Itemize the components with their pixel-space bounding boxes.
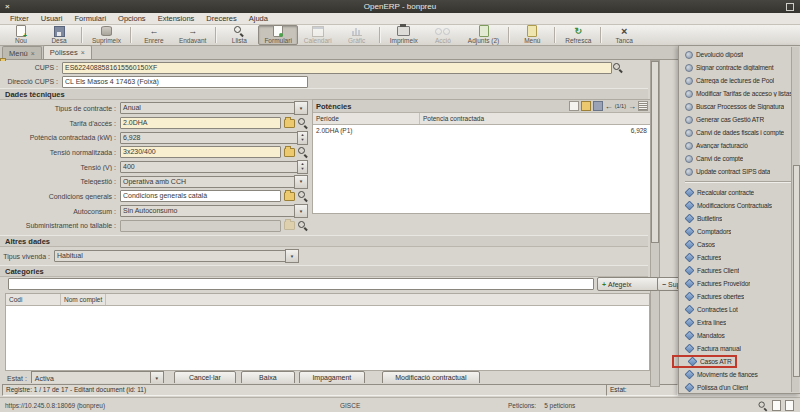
sidebar-action-item[interactable]: Devolució dipòsit [679,48,800,61]
sidebar-link-item[interactable]: Comptadors [679,225,800,238]
sidebar-link-item[interactable]: Factures Proveïdor [679,277,800,290]
search-icon[interactable] [613,63,623,73]
spinner-stepper[interactable] [297,160,308,174]
menu-item[interactable]: Ajuda [243,13,274,24]
search-icon[interactable] [298,191,308,201]
field-value[interactable]: Condicions generals català [120,190,281,202]
folder-icon[interactable] [284,148,295,157]
sidebar-link-item[interactable]: Pòlissa d'un Client [679,381,800,394]
sidebar-scrollbar[interactable] [791,47,799,392]
cups-input[interactable]: ES6224088581615560150XF [62,62,612,74]
open-row-icon[interactable] [581,101,591,111]
search-icon[interactable] [298,147,308,157]
sidebar-link-item[interactable]: Recalcular contracte [679,186,800,199]
sidebar-action-item[interactable]: Canvi de compte [679,152,800,165]
next-page-icon[interactable] [628,102,636,111]
chevron-down-icon[interactable] [294,204,308,218]
page-icon[interactable] [772,400,781,411]
toolbar-print-button[interactable]: Imprimeix [384,25,424,45]
previous-page-icon[interactable] [605,102,613,111]
sidebar-link-item[interactable]: Casos [679,238,800,251]
search-icon[interactable] [759,401,768,410]
add-category-button[interactable]: Afegeix [597,277,659,291]
sidebar-action-item[interactable]: Buscar Processos de Signatura [679,100,800,113]
sidebar-action-item[interactable]: Update contract SIPS data [679,165,800,178]
toolbar-close-button[interactable]: Tanca [605,25,643,45]
spinner-stepper[interactable] [297,131,308,145]
field-value[interactable]: 2.0DHA [120,117,281,129]
direccio-cups-input[interactable]: CL Els Masos 4 17463 (Foixà) [62,76,308,88]
folder-icon[interactable] [284,221,295,230]
folder-icon[interactable] [284,192,295,201]
field-value[interactable] [120,220,281,232]
col-potencia[interactable]: Potencia contractada [420,113,651,124]
field-value[interactable]: Anual [120,102,295,114]
sidebar-link-item[interactable]: Factura manual [679,342,800,355]
col-codi[interactable]: Codi [6,294,61,305]
field-value[interactable]: 3x230/400 [120,146,281,158]
field-value[interactable]: 6,928 [120,132,298,144]
scrollbar-thumb[interactable] [793,165,800,377]
sidebar-action-item[interactable]: Càrrega de lectures de Pool [679,74,800,87]
chevron-down-icon[interactable] [294,175,308,189]
toolbar-menu-button[interactable]: Menú [513,25,551,45]
folder-icon[interactable] [284,119,295,128]
sidebar-action-item[interactable]: Avançar facturació [679,139,800,152]
menu-item[interactable]: Fitxer [4,13,35,24]
col-nom-complet[interactable]: Nom complet [61,294,106,305]
sidebar-link-item[interactable]: Casos ATR [679,355,800,368]
tipus-vivenda-select[interactable]: Habitual [54,250,286,262]
window-close-icon[interactable] [5,0,10,13]
menu-item[interactable]: Usuari [35,13,69,24]
sidebar-link-item[interactable]: Mandatos [679,329,800,342]
sidebar-action-item[interactable]: Canvi de dades fiscals i compte [679,126,800,139]
field-value[interactable]: 400 [120,161,298,173]
toolbar-calendar-button: Calendari [298,25,338,45]
potencia-row[interactable]: 2.0DHA (P1) 6,928 [313,125,651,136]
sidebar-link-item[interactable]: Extra lines [679,316,800,329]
menu-item[interactable]: Dreceres [200,13,242,24]
sidebar-link-item[interactable]: Moviments de fiances [679,368,800,381]
sidebar-link-item[interactable]: Butlletins [679,212,800,225]
menu-item[interactable]: Opcions [112,13,152,24]
field-value[interactable]: Sin Autoconsumo [120,205,295,217]
toolbar-back-button[interactable]: Enrere [135,25,173,45]
save-row-icon[interactable] [593,101,603,111]
sidebar-action-item[interactable]: Modificar Tarifas de acceso y listas de … [679,87,800,100]
search-icon[interactable] [298,221,308,231]
field-value[interactable]: Operativa amb CCH [120,176,295,188]
toolbar-new-button[interactable]: Nou [2,25,40,45]
tab-menu[interactable]: Menú [2,46,42,59]
toolbar-delete-button[interactable]: Suprimeix [86,25,127,45]
menu-item[interactable]: Extensions [152,13,201,24]
toolbar-save-button[interactable]: Desa [40,25,78,45]
toolbar-form-view-button[interactable]: Formulari [258,25,297,45]
sidebar-link-item[interactable]: Contractes Lot [679,303,800,316]
toolbar-list-view-button[interactable]: Llista [220,25,258,45]
chevron-down-icon[interactable] [285,249,299,263]
tab-polisses[interactable]: Pòlisses [43,45,92,59]
search-icon[interactable] [298,118,308,128]
sidebar-link-item[interactable]: Modificacions Contractuals [679,199,800,212]
sidebar-action-item[interactable]: Signar contracte digitalment [679,61,800,74]
col-periode[interactable]: Període [313,113,420,124]
field-label: Telegestió : [0,178,120,185]
chevron-down-icon[interactable] [294,101,308,115]
new-row-icon[interactable] [569,101,579,111]
toolbar-attachments-button[interactable]: Adjunts (2) [462,25,505,45]
close-icon[interactable] [31,49,35,58]
sidebar-link-item[interactable]: Factures [679,251,800,264]
sidebar-link-item[interactable]: Factures obertes [679,290,800,303]
page-icon[interactable] [785,400,794,411]
toolbar-refresh-button[interactable]: Refresca [559,25,597,45]
close-icon[interactable] [81,48,85,57]
category-input[interactable] [8,278,594,290]
toolbar-forward-button[interactable]: Endavant [173,25,212,45]
sidebar-link-item[interactable]: Factures Client [679,264,800,277]
scrollbar-thumb[interactable] [651,61,659,243]
switch-view-icon[interactable] [638,101,648,111]
sidebar-action-item[interactable]: Generar cas Gestió ATR [679,113,800,126]
main-scrollbar[interactable] [650,60,660,387]
menu-item[interactable]: Formulari [68,13,112,24]
window-maximize-icon[interactable] [786,3,794,11]
